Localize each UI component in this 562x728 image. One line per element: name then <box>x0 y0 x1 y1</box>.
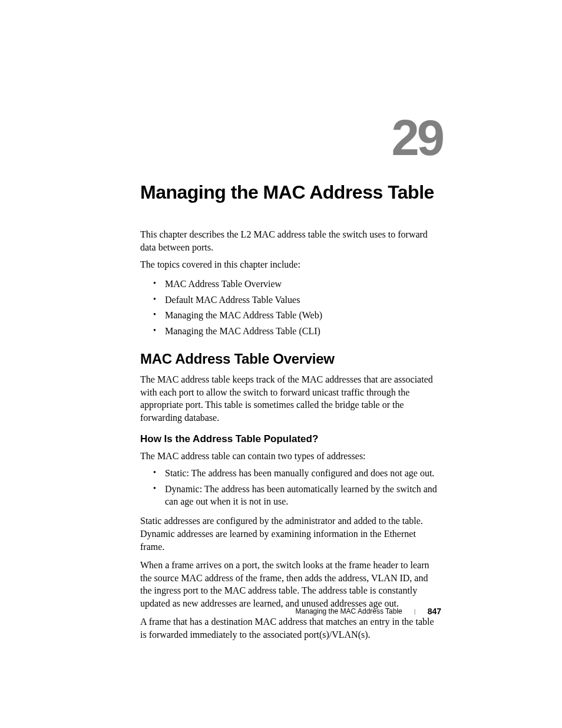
sub-paragraph: A frame that has a destination MAC addre… <box>140 615 441 641</box>
page-footer: Managing the MAC Address Table | 847 <box>296 607 441 616</box>
section-heading: MAC Address Table Overview <box>140 351 441 367</box>
chapter-number: 29 <box>140 109 442 167</box>
sub-paragraph: The MAC address table can contain two ty… <box>140 450 441 463</box>
page-number: 847 <box>428 607 441 616</box>
sub-heading: How Is the Address Table Populated? <box>140 433 441 445</box>
intro-paragraph-1: This chapter describes the L2 MAC addres… <box>140 228 441 253</box>
chapter-title: Managing the MAC Address Table <box>140 182 441 203</box>
sub-paragraph: When a frame arrives on a port, the swit… <box>140 559 441 610</box>
topic-list: MAC Address Table Overview Default MAC A… <box>140 278 441 338</box>
list-item: Managing the MAC Address Table (Web) <box>140 309 441 322</box>
intro-paragraph-2: The topics covered in this chapter inclu… <box>140 258 441 271</box>
list-item: Dynamic: The address has been automatica… <box>140 483 441 508</box>
footer-title: Managing the MAC Address Table <box>296 607 402 615</box>
address-type-list: Static: The address has been manually co… <box>140 467 441 508</box>
list-item: Default MAC Address Table Values <box>140 294 441 307</box>
list-item: Static: The address has been manually co… <box>140 467 441 480</box>
list-item: MAC Address Table Overview <box>140 278 441 291</box>
sub-paragraph: Static addresses are configured by the a… <box>140 515 441 553</box>
list-item: Managing the MAC Address Table (CLI) <box>140 325 441 338</box>
section-paragraph: The MAC address table keeps track of the… <box>140 373 441 424</box>
footer-separator: | <box>414 608 416 615</box>
